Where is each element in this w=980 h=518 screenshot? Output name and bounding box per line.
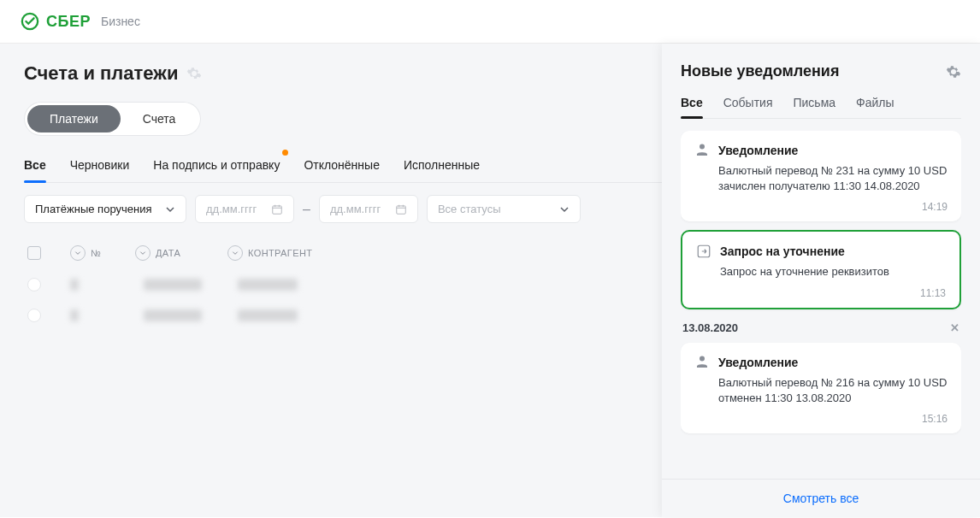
gear-icon[interactable] [946, 64, 961, 79]
segmented-control: Платежи Счета [24, 102, 201, 136]
calendar-icon [395, 203, 407, 215]
sort-icon [70, 245, 86, 261]
redacted-cell [144, 279, 202, 291]
notifications-header: Новые уведомления [681, 62, 961, 80]
notification-tabs: Все События Письма Файлы [681, 91, 961, 119]
brand-logo[interactable]: СБЕР Бизнес [21, 12, 140, 31]
card-body: Валютный перевод № 231 на сумму 10 USD з… [718, 163, 948, 194]
select-all-checkbox[interactable] [27, 246, 41, 260]
sort-icon [227, 245, 243, 261]
card-time: 14:19 [694, 201, 948, 213]
arrow-box-icon [696, 244, 711, 259]
date-from-input[interactable]: дд.мм.гггг [195, 195, 294, 223]
notification-card[interactable]: Уведомление Валютный перевод № 231 на су… [681, 131, 961, 221]
svg-rect-2 [397, 205, 406, 213]
redacted-cell [238, 309, 298, 321]
redacted-cell [238, 279, 298, 291]
hand-coins-icon [694, 355, 710, 370]
date-separator: 13.08.2020 ✕ [681, 318, 961, 343]
card-body: Валютный перевод № 216 на сумму 10 USD о… [718, 375, 948, 406]
status-placeholder: Все статусы [438, 203, 501, 215]
status-select[interactable]: Все статусы [427, 195, 581, 223]
row-checkbox[interactable] [27, 278, 41, 291]
sort-icon [135, 245, 151, 261]
tab-rejected[interactable]: Отклонённые [304, 151, 380, 182]
tab-all[interactable]: Все [24, 151, 46, 182]
tab-tosign[interactable]: На подпись и отправку [153, 151, 280, 182]
page-title: Счета и платежи [24, 62, 178, 85]
svg-rect-1 [273, 205, 282, 213]
tab-done[interactable]: Исполненные [404, 151, 480, 182]
page-body: Счета и платежи Платежи Счета Скачать вы… [0, 44, 980, 517]
notification-dot-icon [282, 150, 288, 156]
notifications-panel: Новые уведомления Все События Письма Фай… [662, 44, 980, 517]
ntab-all[interactable]: Все [681, 91, 703, 118]
date-from-placeholder: дд.мм.гггг [206, 203, 257, 215]
notification-list: Уведомление Валютный перевод № 231 на су… [681, 131, 961, 479]
notification-card[interactable]: Уведомление Валютный перевод № 216 на су… [681, 343, 961, 433]
view-all-link[interactable]: Смотреть все [662, 479, 980, 517]
ntab-files[interactable]: Файлы [856, 91, 894, 118]
redacted-cell [70, 279, 79, 291]
row-checkbox[interactable] [27, 309, 41, 322]
chevron-down-icon [165, 204, 175, 215]
ntab-letters[interactable]: Письма [793, 91, 835, 118]
close-icon[interactable]: ✕ [950, 321, 959, 334]
top-bar: СБЕР Бизнес [0, 0, 980, 44]
segment-accounts[interactable]: Счета [121, 105, 198, 132]
card-time: 15:16 [694, 413, 948, 425]
type-select-label: Платёжные поручения [35, 203, 151, 215]
col-number[interactable]: № [70, 245, 121, 261]
segment-payments[interactable]: Платежи [27, 105, 121, 132]
calendar-icon [271, 203, 283, 215]
date-range-dash: – [303, 202, 310, 217]
redacted-cell [70, 309, 79, 321]
brand-name: СБЕР [46, 13, 91, 31]
redacted-cell [144, 309, 202, 321]
tab-tosign-label: На подпись и отправку [153, 158, 280, 172]
brand-sub: Бизнес [101, 15, 140, 28]
notifications-title: Новые уведомления [681, 62, 839, 80]
card-title: Уведомление [718, 144, 798, 157]
col-number-label: № [91, 248, 101, 258]
date-label: 13.08.2020 [682, 321, 738, 334]
col-date[interactable]: ДАТА [135, 245, 214, 261]
col-contractor-label: КОНТРАГЕНТ [248, 248, 312, 258]
tab-drafts[interactable]: Черновики [70, 151, 130, 182]
notification-card-highlighted[interactable]: Запрос на уточнение Запрос на уточнение … [681, 230, 961, 309]
card-body: Запрос на уточнение реквизитов [720, 264, 946, 280]
card-title: Запрос на уточнение [720, 244, 845, 258]
gear-icon[interactable] [186, 66, 202, 81]
date-to-placeholder: дд.мм.гггг [330, 203, 381, 215]
ntab-events[interactable]: События [723, 91, 773, 118]
col-date-label: ДАТА [156, 248, 180, 258]
card-title: Уведомление [718, 356, 798, 369]
hand-coins-icon [694, 143, 710, 158]
chevron-down-icon [559, 204, 570, 215]
type-select[interactable]: Платёжные поручения [24, 195, 186, 223]
card-time: 11:13 [696, 287, 946, 299]
sber-check-icon [21, 12, 39, 31]
date-to-input[interactable]: дд.мм.гггг [319, 195, 418, 223]
